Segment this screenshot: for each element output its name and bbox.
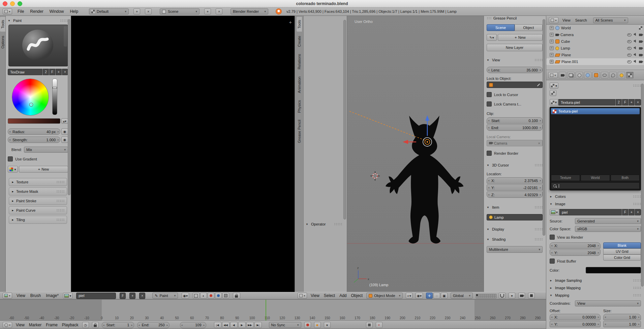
panel-grip[interactable] <box>60 19 68 22</box>
filter-texture-button[interactable]: Texture <box>551 175 580 181</box>
section-texture-mask[interactable]: ► Texture Mask <box>9 187 67 196</box>
value-slider-handle[interactable] <box>53 87 57 89</box>
screen-layout-selector[interactable]: Default <box>89 8 129 14</box>
keying-set-button[interactable]: ◆ <box>314 322 321 328</box>
unlink-image-button[interactable]: × <box>635 209 641 215</box>
unlink-image-button[interactable]: × <box>139 293 145 299</box>
menu-playback[interactable]: Playback <box>61 323 79 327</box>
editor-type-button[interactable]: ▾ <box>3 293 12 299</box>
scale-manipulator-button[interactable]: ▣ <box>441 293 448 299</box>
menu-search[interactable]: Search <box>575 18 588 22</box>
color-alpha-toggle[interactable]: ◐ <box>200 293 207 299</box>
properties-scrollbar[interactable] <box>641 84 644 287</box>
tab-physics[interactable]: Physics <box>297 97 302 116</box>
gen-type-blank-button[interactable]: Blank <box>603 242 641 248</box>
menu-render[interactable]: Render <box>29 9 44 14</box>
add-image-button[interactable]: + <box>129 293 135 299</box>
panel-grip[interactable] <box>56 209 64 212</box>
gp-new-button[interactable]: +New <box>498 34 543 41</box>
add-brush-button[interactable]: + <box>56 69 62 75</box>
panel-grip[interactable] <box>56 200 64 202</box>
panel-grip[interactable] <box>534 238 543 241</box>
image-sampling-panel-header[interactable]: ► Image Sampling <box>550 277 641 284</box>
snap-element-dropdown[interactable]: ▾ <box>509 293 515 299</box>
selectable-toggle-icon[interactable] <box>634 47 637 50</box>
view3d-shelf-scrollbar[interactable] <box>343 20 346 219</box>
strength-pressure-button[interactable]: ◉ <box>61 137 68 143</box>
colors-panel-header[interactable]: ► Colors <box>550 193 641 200</box>
panel-grip[interactable] <box>56 218 64 221</box>
render-engine-selector[interactable]: Blender Render <box>231 8 268 14</box>
radius-pressure-button[interactable]: ◉ <box>61 128 68 135</box>
panel-grip[interactable] <box>56 190 64 193</box>
editor-type-button[interactable]: ▾ <box>3 322 12 328</box>
menu-select[interactable]: Select <box>323 293 336 298</box>
shading-mode-dropdown[interactable]: Multitexture <box>487 246 543 253</box>
add-screen-layout-button[interactable]: + <box>133 8 140 14</box>
use-preview-range-button[interactable]: ◷ <box>82 322 89 328</box>
image-mapping-panel-header[interactable]: ► Image Mapping <box>550 285 641 291</box>
new-palette-button[interactable]: +New <box>19 166 68 173</box>
fake-user-button[interactable]: F <box>622 99 628 106</box>
hide-toggle-icon[interactable] <box>627 54 632 57</box>
n-panel-scrollbar[interactable] <box>543 19 545 236</box>
gen-size-x-field[interactable]: X: 2048 <box>550 242 601 249</box>
radius-slider[interactable]: Radius: 40 px <box>8 128 60 135</box>
render-toggle-icon[interactable] <box>639 34 642 36</box>
image-name-field[interactable]: piel <box>76 293 116 299</box>
menu-file[interactable]: File <box>17 9 25 14</box>
frame-start-field[interactable]: Start: 1 <box>102 322 134 328</box>
section-paint-stroke[interactable]: ► Paint Stroke <box>9 197 67 205</box>
browse-texture-button[interactable]: ▾ <box>550 99 558 106</box>
clip-end-field[interactable]: End: 1000.000 <box>487 124 543 131</box>
expand-icon[interactable]: + <box>550 33 554 37</box>
color-wheel[interactable] <box>12 79 49 116</box>
expand-icon[interactable]: + <box>550 26 554 30</box>
panel-grip[interactable] <box>633 195 641 198</box>
coordinates-dropdown[interactable]: View <box>575 300 641 306</box>
editor-type-button[interactable]: ▾ <box>548 72 558 78</box>
menu-object[interactable]: Object <box>350 293 364 298</box>
panel-grip[interactable] <box>633 287 641 289</box>
cat-character-silhouette[interactable] <box>386 116 464 243</box>
red-channel-toggle[interactable] <box>208 293 214 299</box>
tab-options[interactable]: Options <box>0 33 5 52</box>
manipulator-x-arrowhead[interactable] <box>403 140 408 144</box>
lock-object-field[interactable] <box>487 82 543 88</box>
outliner-row-plane-001[interactable]: + Plane.001 <box>546 58 644 65</box>
outliner-scope-dropdown[interactable]: All Scenes <box>593 18 628 23</box>
editor-type-button[interactable]: ▾ <box>298 293 307 299</box>
tab-render[interactable] <box>559 72 566 79</box>
cursor-panel-header[interactable]: ▼ 3D Cursor <box>487 162 543 169</box>
jump-to-end-button[interactable]: ▶| <box>254 322 262 328</box>
menu-add[interactable]: Add <box>339 293 347 298</box>
mapping-panel-header[interactable]: ▼ Mapping <box>550 292 641 299</box>
palette-selector-button[interactable]: ▾ <box>8 166 18 173</box>
frame-end-field[interactable]: End: 250 <box>137 322 170 328</box>
menu-image[interactable]: Image* <box>45 293 59 298</box>
alpha-channel-toggle[interactable] <box>222 293 229 299</box>
pivot-point-button[interactable]: ◉▾ <box>416 293 423 299</box>
view-as-render-checkbox[interactable] <box>550 235 555 240</box>
float-buffer-checkbox[interactable] <box>550 259 555 264</box>
scene-selector[interactable]: Scene <box>160 8 200 14</box>
hide-toggle-icon[interactable] <box>627 33 632 36</box>
outliner-row-cube[interactable]: + Cube <box>546 38 644 45</box>
lock-time-button[interactable] <box>92 322 99 328</box>
cursor-x-field[interactable]: X: 2.37545 <box>487 177 543 184</box>
panel-grip[interactable] <box>534 206 543 209</box>
texture-name-field[interactable]: Textura-piel <box>558 99 615 106</box>
cursor-3d[interactable] <box>370 171 380 181</box>
generated-color-swatch[interactable] <box>586 267 641 273</box>
browse-image-button[interactable]: ▾ <box>63 293 72 299</box>
offset-y-field[interactable]: Y: 0.00000 <box>550 321 601 327</box>
gen-size-y-field[interactable]: Y: 2048 <box>550 249 601 256</box>
current-frame-field[interactable]: 109 <box>180 322 206 328</box>
menu-marker[interactable]: Marker <box>28 323 42 327</box>
swap-colors-button[interactable]: ▴▾ <box>61 118 68 124</box>
render-toggle-icon[interactable] <box>639 47 642 50</box>
tab-texture[interactable] <box>626 72 634 79</box>
gen-type-uv-grid-button[interactable]: UV Grid <box>603 248 641 255</box>
gen-type-color-grid-button[interactable]: Color Grid <box>603 255 641 261</box>
blue-channel-toggle[interactable] <box>215 293 222 299</box>
